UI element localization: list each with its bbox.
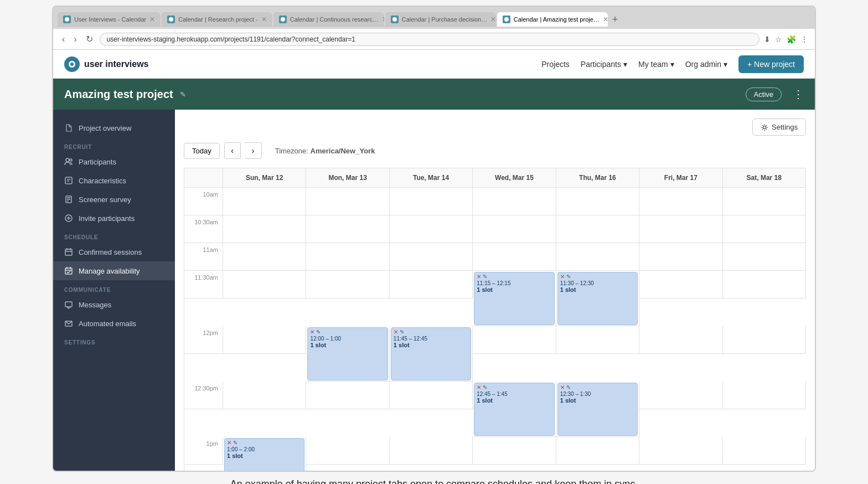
cell-tue-1230pm[interactable] [390,382,473,409]
event-remove-thu1[interactable]: ✕ [560,274,565,280]
cell-mon-1130am[interactable] [306,271,389,298]
tab-1[interactable]: User Interviews - Calendar ✕ [58,12,161,27]
cell-tue-1pm[interactable] [390,437,473,465]
event-tue-1145[interactable]: ✕ ✎ 11:45 – 12:45 1 slot [391,327,471,380]
event-thu-1130[interactable]: ✕ ✎ 11:30 – 12:30 1 slot [557,272,638,325]
cell-sun-1230pm[interactable] [223,382,306,409]
event-edit-tue[interactable]: ✎ [400,329,404,335]
cell-fri-1030am[interactable] [639,215,722,243]
cell-fri-1pm[interactable] [639,437,722,465]
sidebar-item-invite-participants[interactable]: Invite participants [53,209,175,228]
tab-3[interactable]: Calendar | Continuous researc… ✕ [273,12,384,27]
cell-sun-11am[interactable] [223,243,306,271]
cell-mon-1230pm[interactable] [306,382,389,409]
cell-tue-11am[interactable] [390,243,473,271]
event-wed-1245[interactable]: ✕ ✎ 12:45 – 1:45 1 slot [474,383,554,436]
cell-thu-1030am[interactable] [556,215,639,243]
event-edit-mon[interactable]: ✎ [316,329,321,335]
cell-wed-1130am[interactable]: ✕ ✎ 11:15 – 12:15 1 slot [473,271,556,326]
event-edit-thu1[interactable]: ✎ [566,274,571,280]
cell-sun-1pm[interactable]: ✕ ✎ 1:00 – 2:00 1 slot [223,437,306,471]
cell-thu-12pm[interactable] [556,326,639,354]
tab-close-4[interactable]: ✕ [490,16,496,23]
sidebar-item-manage-availability[interactable]: Manage availability [53,261,175,280]
event-remove-mon[interactable]: ✕ [310,329,314,335]
event-wed-1115[interactable]: ✕ ✎ 11:15 – 12:15 1 slot [474,272,554,325]
project-more-button[interactable]: ⋮ [793,87,804,101]
cell-thu-1130am[interactable]: ✕ ✎ 11:30 – 12:30 1 slot [556,271,639,326]
sidebar-item-project-overview[interactable]: Project overview [53,119,175,137]
cell-tue-10am[interactable] [390,188,473,215]
event-mon-1200[interactable]: ✕ ✎ 12:00 – 1:00 1 slot [307,327,388,380]
tab-5[interactable]: Calendar | Amazing test proje… ✕ [497,12,608,27]
cell-wed-1pm[interactable] [473,437,556,465]
tab-close-2[interactable]: ✕ [261,16,267,23]
refresh-button[interactable]: ↻ [84,33,95,45]
sidebar-item-characteristics[interactable]: Characteristics [53,171,175,190]
bookmark-icon[interactable]: ☆ [775,35,782,44]
event-edit-thu2[interactable]: ✎ [566,384,571,390]
extensions-icon[interactable]: 🧩 [787,35,796,44]
cell-sat-1030am[interactable] [723,215,806,243]
event-thu-1230[interactable]: ✕ ✎ 12:30 – 1:30 1 slot [557,383,638,436]
cell-fri-1130am[interactable] [639,271,722,298]
sidebar-item-screener-survey[interactable]: Screener survey [53,190,175,209]
tab-close-1[interactable]: ✕ [149,16,155,23]
settings-button[interactable]: Settings [752,119,806,136]
nav-projects[interactable]: Projects [541,60,570,69]
cell-thu-1pm[interactable] [556,437,639,465]
cell-thu-10am[interactable] [556,188,639,215]
cell-mon-12pm[interactable]: ✕ ✎ 12:00 – 1:00 1 slot [306,326,389,382]
sidebar-item-messages[interactable]: Messages [53,295,175,314]
cell-sun-12pm[interactable] [223,326,306,354]
cell-sun-1130am[interactable] [223,271,306,298]
forward-button[interactable]: › [71,33,79,45]
event-remove-tue[interactable]: ✕ [394,329,398,335]
sidebar-item-automated-emails[interactable]: Automated emails [53,314,175,333]
nav-participants[interactable]: Participants ▾ [581,60,627,69]
tab-close-5[interactable]: ✕ [603,16,608,23]
back-button[interactable]: ‹ [60,33,67,45]
cell-sun-1030am[interactable] [223,215,306,243]
event-edit-wed2[interactable]: ✎ [483,384,487,390]
event-edit-wed[interactable]: ✎ [483,274,487,280]
cell-mon-1pm[interactable] [306,437,389,465]
cell-wed-11am[interactable] [473,243,556,271]
event-remove-sun[interactable]: ✕ [227,440,231,446]
cell-wed-10am[interactable] [473,188,556,215]
cell-tue-12pm[interactable]: ✕ ✎ 11:45 – 12:45 1 slot [390,326,473,382]
cell-sat-11am[interactable] [723,243,806,271]
cell-wed-1030am[interactable] [473,215,556,243]
cell-fri-10am[interactable] [639,188,722,215]
prev-week-button[interactable]: ‹ [224,142,241,159]
sidebar-item-confirmed-sessions[interactable]: Confirmed sessions [53,243,175,261]
cell-sat-1130am[interactable] [723,271,806,298]
address-input[interactable] [100,33,760,46]
sidebar-item-participants[interactable]: Participants [53,152,175,171]
tab-close-3[interactable]: ✕ [382,16,384,23]
cell-fri-1230pm[interactable] [639,382,722,409]
cell-fri-12pm[interactable] [639,326,722,354]
event-sun-100[interactable]: ✕ ✎ 1:00 – 2:00 1 slot [224,438,304,471]
cell-sat-10am[interactable] [723,188,806,215]
event-remove-wed[interactable]: ✕ [477,274,481,280]
nav-my-team[interactable]: My team ▾ [638,60,674,69]
cell-fri-11am[interactable] [639,243,722,271]
cell-sun-10am[interactable] [223,188,306,215]
new-tab-button[interactable]: + [609,14,622,25]
cell-mon-1030am[interactable] [306,215,389,243]
edit-project-icon[interactable]: ✎ [180,90,186,99]
cell-thu-1230pm[interactable]: ✕ ✎ 12:30 – 1:30 1 slot [556,382,639,437]
cell-sat-1pm[interactable] [723,437,806,465]
tab-2[interactable]: Calendar | Research project - ✕ [162,12,272,27]
event-remove-thu2[interactable]: ✕ [560,384,565,390]
new-project-button[interactable]: + New project [738,55,804,73]
cell-wed-1230pm[interactable]: ✕ ✎ 12:45 – 1:45 1 slot [473,382,556,437]
today-button[interactable]: Today [184,143,220,159]
cell-wed-12pm[interactable] [473,326,556,354]
nav-org-admin[interactable]: Org admin ▾ [685,60,727,69]
cell-tue-1030am[interactable] [390,215,473,243]
tab-4[interactable]: Calendar | Purchase decision… ✕ [385,12,496,27]
event-remove-wed2[interactable]: ✕ [477,384,481,390]
menu-icon[interactable]: ⋮ [800,35,808,44]
